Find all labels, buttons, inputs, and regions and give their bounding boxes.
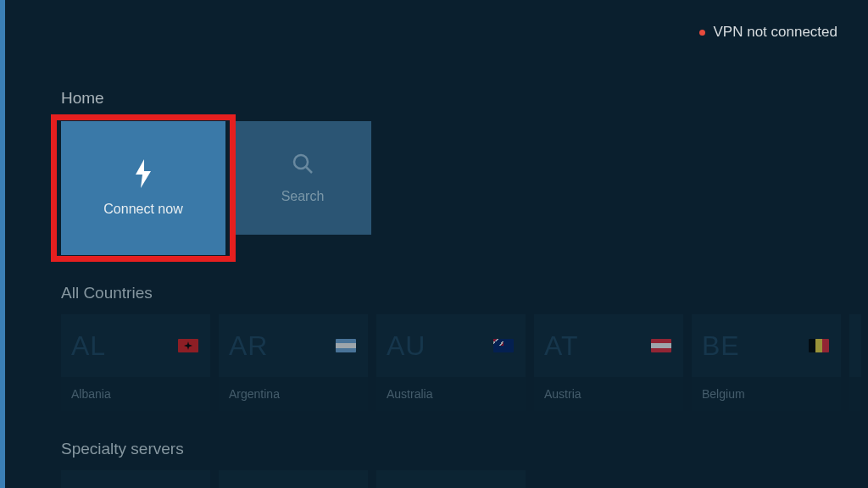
- section-countries-title: All Countries: [61, 284, 868, 302]
- flag-belgium-icon: [809, 339, 829, 352]
- country-card-austria[interactable]: AT Austria: [534, 314, 683, 411]
- country-name: Albania: [61, 377, 210, 411]
- connect-now-label: Connect now: [103, 202, 182, 217]
- country-card-belgium[interactable]: BE Belgium: [692, 314, 841, 411]
- svg-point-0: [294, 155, 308, 169]
- country-name: Austria: [534, 377, 683, 411]
- left-accent-bar: [0, 0, 5, 488]
- countries-row[interactable]: AL Albania AR Argentina AU Australia AT: [61, 314, 868, 411]
- specialty-card[interactable]: [61, 470, 210, 488]
- country-code: AR: [229, 330, 268, 362]
- country-code: AL: [71, 330, 106, 362]
- search-icon: [291, 152, 314, 175]
- specialty-card[interactable]: [376, 470, 526, 488]
- country-name: Belgium: [692, 377, 841, 411]
- country-name: Australia: [376, 377, 526, 411]
- flag-albania-icon: [178, 339, 198, 352]
- flag-argentina-icon: [336, 339, 356, 352]
- search-label: Search: [281, 189, 325, 204]
- vpn-status: VPN not connected: [699, 24, 837, 41]
- status-dot-icon: [699, 30, 705, 36]
- section-home-title: Home: [61, 89, 868, 108]
- country-card-australia[interactable]: AU Australia: [376, 314, 526, 411]
- vpn-status-text: VPN not connected: [714, 24, 837, 41]
- connect-now-card[interactable]: Connect now: [61, 121, 225, 255]
- lightning-icon: [133, 159, 153, 188]
- flag-austria-icon: [651, 339, 671, 352]
- search-card[interactable]: Search: [234, 121, 371, 235]
- specialty-row[interactable]: [61, 470, 868, 488]
- country-name: Argentina: [219, 377, 368, 411]
- country-card-albania[interactable]: AL Albania: [61, 314, 210, 411]
- country-code: BE: [702, 330, 740, 362]
- country-card-peek[interactable]: [849, 314, 861, 411]
- specialty-card[interactable]: [219, 470, 368, 488]
- flag-australia-icon: [493, 339, 514, 352]
- country-code: AT: [544, 330, 579, 362]
- country-card-argentina[interactable]: AR Argentina: [219, 314, 368, 411]
- svg-line-1: [306, 167, 312, 173]
- country-code: AU: [387, 330, 426, 362]
- section-specialty-title: Specialty servers: [61, 440, 868, 458]
